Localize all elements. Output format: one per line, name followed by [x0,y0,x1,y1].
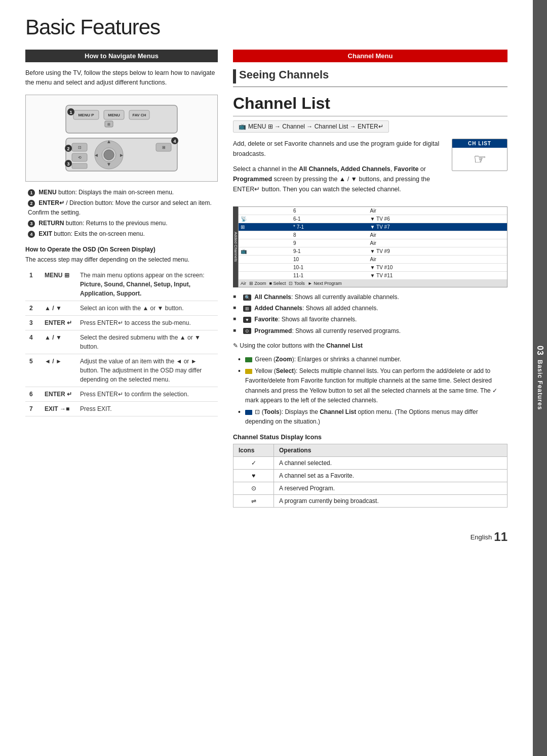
status-title: Channel Status Display Icons [233,434,507,441]
bullet-favorite: ♥ Favorite: Shows all favorite channels. [233,315,507,324]
step-row-6: 6 ENTER ↵ Press ENTER↵ to confirm the se… [25,387,218,402]
hand-pointer-icon: ☞ [452,148,507,171]
svg-text:3: 3 [67,161,69,166]
step-num-2: 2 [25,301,41,316]
status-icon-1: ✓ [233,457,274,470]
status-table: Icons Operations ✓ A channel selected. ♥… [233,444,507,508]
channel-desc-2: Select a channel in the All Channels, Ad… [233,164,446,194]
step-desc-4: Select the desired submenu with the ▲ or… [76,330,218,354]
dot-green: Green (Zoom): Enlarges or shrinks a chan… [238,355,507,364]
status-row-3: ⊙ A reserved Program. [233,482,507,495]
bullet-programmed: ⊙ Programmed: Shows all currently reserv… [233,326,507,336]
status-icon-4: ⇌ [233,495,274,508]
step-icon-6: ENTER ↵ [41,387,76,402]
footer-lang: English [471,533,492,541]
status-op-1: A channel selected. [274,457,507,470]
svg-rect-21 [72,163,87,169]
ch-type-9: ▼ TV #11 [368,272,507,280]
steps-table: 1 MENU ⊞ The main menu options appear on… [25,268,218,416]
footer-next: ► Next Program [308,281,342,286]
status-col-icons: Icons [233,444,274,457]
label-item-1: 1 MENU button: Displays the main on-scre… [25,188,218,197]
ch-inner-table: 6 Air 📡 6-1 ▼ TV #6 ⊞ * [239,207,507,280]
footer-zoom: ⊞ Zoom [249,281,266,286]
step-row-1: 1 MENU ⊞ The main menu options appear on… [25,268,218,301]
ch-num-3: * 7-1 [291,223,368,231]
step-row-5: 5 ◄ / ► Adjust the value of an item with… [25,354,218,387]
ch-num-8: 10-1 [291,264,368,272]
ch-row-5: 9 Air [239,239,507,247]
osd-note: The access step may differ depending on … [25,255,218,264]
step-icon-7: EXIT →■ [41,402,76,416]
intro-text: Before using the TV, follow the steps be… [25,68,218,88]
ch-table-area: Added Channels 6 Air 📡 [233,206,507,287]
svg-text:2: 2 [67,146,69,151]
ch-table-footer: Air ⊞ Zoom ■ Select ⊡ Tools ► Next Progr… [239,280,507,287]
channel-bullets-list: 🔍 All Channels: Shows all currently avai… [233,292,507,336]
dot-yellow: Yellow (Select): Selects multiple channe… [238,366,507,405]
ch-row-6: 📺 9-1 ▼ TV #9 [239,247,507,256]
channel-screen-area: Add, delete or set Favorite channels and… [233,139,507,199]
status-row-2: ♥ A channel set as a Favorite. [233,470,507,482]
dot-blue: ⊡ (Tools): Displays the Channel List opt… [238,407,507,427]
added-channels-icon: ⊞ [243,306,251,312]
ch-type-7: Air [368,256,507,264]
remote-visual: MENU P MENU FAV CH ⊞ [30,100,213,176]
svg-text:MENU: MENU [108,113,120,117]
ch-num-2: 6-1 [291,215,368,223]
step-num-6: 6 [25,387,41,402]
svg-text:◄: ◄ [94,152,99,158]
ch-type-5: Air [368,239,507,247]
channel-desc-left: Add, delete or set Favorite channels and… [233,139,446,199]
step-icon-4: ▲ / ▼ [41,330,76,354]
ch-icon-4 [239,231,291,239]
page-title: Basic Features [25,15,507,39]
ch-type-4: Air [368,231,507,239]
color-note: ✎ Using the color buttons with the Chann… [233,341,507,351]
step-icon-1: MENU ⊞ [41,268,76,301]
status-table-header: Icons Operations [233,444,507,457]
step-row-4: 4 ▲ / ▼ Select the desired submenu with … [25,330,218,354]
two-col-layout: How to Navigate Menus Before using the T… [25,50,507,516]
status-row-4: ⇌ A program currently being broadcast. [233,495,507,508]
section-accent-bar [233,69,236,83]
label-item-4: 4 EXIT button: Exits the on-screen menu. [25,229,218,239]
ch-icon-7 [239,256,291,264]
svg-point-16 [104,150,114,160]
menu-path-text: MENU ⊞ → Channel → Channel List → ENTER↵ [248,123,383,130]
pencil-icon: ✎ [233,342,238,349]
ch-icon-6: 📺 [239,247,291,256]
osd-title: How to Operate the OSD (On Screen Displa… [25,246,218,253]
footer-tools: ⊡ Tools [289,281,304,286]
ch-type-3: ▼ TV #7 [368,223,507,231]
footer-page-number: 11 [494,530,507,544]
step-desc-6: Press ENTER↵ to confirm the selection. [76,387,218,402]
button-labels-list: 1 MENU button: Displays the main on-scre… [25,188,218,239]
status-row-1: ✓ A channel selected. [233,457,507,470]
step-icon-2: ▲ / ▼ [41,301,76,316]
side-tab-text: Basic Features [536,360,543,410]
svg-text:4: 4 [173,139,176,144]
step-icon-5: ◄ / ► [41,354,76,387]
svg-text:►: ► [119,152,124,158]
svg-text:⊞: ⊞ [107,122,110,126]
step-row-7: 7 EXIT →■ Press EXIT. [25,402,218,416]
step-desc-2: Select an icon with the ▲ or ▼ button. [76,301,218,316]
footer-select: ■ Select [269,281,286,286]
step-desc-5: Adjust the value of an item with the ◄ o… [76,354,218,387]
step-desc-1: The main menu options appear on the scre… [76,268,218,301]
ch-num-9: 11-1 [291,272,368,280]
svg-text:▲: ▲ [106,139,111,144]
status-icon-3: ⊙ [233,482,274,495]
step-num-7: 7 [25,402,41,416]
status-op-3: A reserved Program. [274,482,507,495]
ch-num-6: 9-1 [291,247,368,256]
ch-row-8: 10-1 ▼ TV #10 [239,264,507,272]
step-num-4: 4 [25,330,41,354]
ch-list-box: CH LIST ☞ [452,139,507,199]
channel-menu-header: Channel Menu [233,50,507,62]
footer-air: Air [241,281,246,286]
right-column: Channel Menu Seeing Channels Channel Lis… [233,50,507,516]
step-desc-7: Press EXIT. [76,402,218,416]
ch-row-2: 📡 6-1 ▼ TV #6 [239,215,507,223]
